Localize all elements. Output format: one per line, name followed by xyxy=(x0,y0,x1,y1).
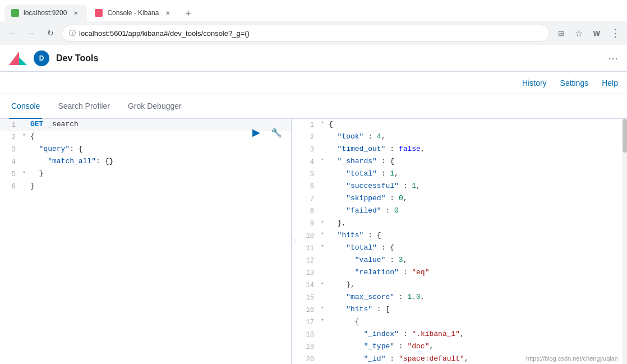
address-bar[interactable]: ⓘ xyxy=(62,25,550,42)
output-line-11: 11 ▾ "total" : { xyxy=(296,242,627,255)
scrollbar-thumb[interactable] xyxy=(623,119,627,153)
user-avatar[interactable]: D xyxy=(34,50,49,66)
app-menu-icon[interactable]: ⋯ xyxy=(608,52,618,64)
settings-link[interactable]: Settings xyxy=(560,79,589,87)
tab-kibana[interactable]: Console - Kibana ✕ xyxy=(88,4,179,21)
extensions-icon[interactable]: W xyxy=(589,25,605,41)
lock-icon: ⓘ xyxy=(69,29,76,38)
browser-actions: ⊞ ☆ W ⋮ xyxy=(553,25,623,41)
code-line-5: 5 ▴ } xyxy=(0,168,291,181)
tab-kibana-label: Console - Kibana xyxy=(107,9,159,17)
browser-controls: ← → ↻ ⓘ ⊞ ☆ W ⋮ xyxy=(0,21,627,45)
history-link[interactable]: History xyxy=(522,79,547,87)
svg-marker-1 xyxy=(19,57,27,65)
resize-handle[interactable]: ⋮ xyxy=(292,119,296,364)
bookmark-icon[interactable]: ☆ xyxy=(571,25,587,41)
tab-localhost-close[interactable]: ✕ xyxy=(71,8,80,17)
code-line-3: 3 "query": { xyxy=(0,144,291,156)
app-tabs-bar: Console Search Profiler Grok Debugger xyxy=(0,94,627,119)
kibana-header: D Dev Tools ⋯ xyxy=(0,45,627,72)
output-line-4: 4 ▾ "_shards" : { xyxy=(296,156,627,168)
kibana-app: D Dev Tools ⋯ History Settings Help Cons… xyxy=(0,45,627,364)
back-button[interactable]: ← xyxy=(4,25,20,41)
code-editor[interactable]: 1 GET _search 2 ▾ { 3 "query": { xyxy=(0,119,291,364)
code-line-2: 2 ▾ { xyxy=(0,131,291,144)
wrench-button[interactable]: 🔧 xyxy=(269,125,284,140)
top-nav: History Settings Help xyxy=(0,72,627,94)
editor-toolbar: ▶ 🔧 xyxy=(248,125,284,140)
forward-button[interactable]: → xyxy=(24,25,39,41)
run-button[interactable]: ▶ xyxy=(248,125,264,140)
output-line-10: 10 ▾ "hits" : { xyxy=(296,230,627,242)
input-pane: 1 GET _search 2 ▾ { 3 "query": { xyxy=(0,119,292,364)
output-line-5: 5 "total" : 1, xyxy=(296,168,627,181)
menu-icon[interactable]: ⋮ xyxy=(607,25,623,41)
editor-area: 1 GET _search 2 ▾ { 3 "query": { xyxy=(0,119,627,364)
tab-favicon-kibana xyxy=(95,9,103,17)
tab-search-profiler[interactable]: Search Profiler xyxy=(56,94,112,119)
svg-marker-0 xyxy=(9,52,19,65)
translate-icon[interactable]: ⊞ xyxy=(553,25,569,41)
code-line-1: 1 GET _search xyxy=(0,119,291,131)
tab-grok-debugger[interactable]: Grok Debugger xyxy=(126,94,184,119)
reload-button[interactable]: ↻ xyxy=(43,25,58,41)
code-line-6: 6 } xyxy=(0,181,291,193)
output-line-14: 14 ▴ }, xyxy=(296,279,627,292)
output-line-6: 6 "successful" : 1, xyxy=(296,181,627,193)
top-nav-actions: History Settings Help xyxy=(522,79,618,87)
output-line-3: 3 "timed_out" : false, xyxy=(296,144,627,156)
tab-localhost[interactable]: localhost:9200 ✕ xyxy=(4,4,87,21)
output-line-12: 12 "value" : 3, xyxy=(296,255,627,267)
output-line-13: 13 "relation" : "eq" xyxy=(296,267,627,279)
output-line-18: 18 "_index" : ".kibana_1", xyxy=(296,329,627,341)
address-input[interactable] xyxy=(79,29,542,38)
code-line-4: 4 "match_all": {} xyxy=(0,156,291,168)
output-line-16: 16 ▾ "hits" : [ xyxy=(296,304,627,316)
output-line-8: 8 "failed" : 0 xyxy=(296,205,627,218)
output-editor[interactable]: 1 ▾ { 2 "took" : 4, 3 "timed_out" : fals… xyxy=(296,119,627,364)
output-pane: 1 ▾ { 2 "took" : 4, 3 "timed_out" : fals… xyxy=(296,119,627,364)
output-line-15: 15 "max_score" : 1.0, xyxy=(296,292,627,304)
url-badge: https://blog.csdn.net/chengyuqian xyxy=(526,355,618,362)
tab-bar: localhost:9200 ✕ Console - Kibana ✕ + xyxy=(0,0,627,21)
scrollbar[interactable] xyxy=(623,119,627,364)
tab-localhost-label: localhost:9200 xyxy=(24,9,67,17)
page-title: Dev Tools xyxy=(56,53,98,63)
output-line-2: 2 "took" : 4, xyxy=(296,131,627,144)
output-line-19: 19 "_type" : "doc", xyxy=(296,341,627,353)
output-line-7: 7 "skipped" : 0, xyxy=(296,193,627,205)
browser-chrome: localhost:9200 ✕ Console - Kibana ✕ + ← … xyxy=(0,0,627,45)
output-line-17: 17 ▾ { xyxy=(296,316,627,329)
tab-favicon-localhost xyxy=(11,9,19,17)
kibana-logo xyxy=(9,49,27,67)
help-link[interactable]: Help xyxy=(602,79,618,87)
output-line-1: 1 ▾ { xyxy=(296,119,627,131)
header-actions: ⋯ xyxy=(608,52,618,64)
tab-kibana-close[interactable]: ✕ xyxy=(163,8,172,17)
tab-console[interactable]: Console xyxy=(9,94,42,119)
output-line-9: 9 ▴ }, xyxy=(296,218,627,230)
new-tab-button[interactable]: + xyxy=(180,6,196,21)
